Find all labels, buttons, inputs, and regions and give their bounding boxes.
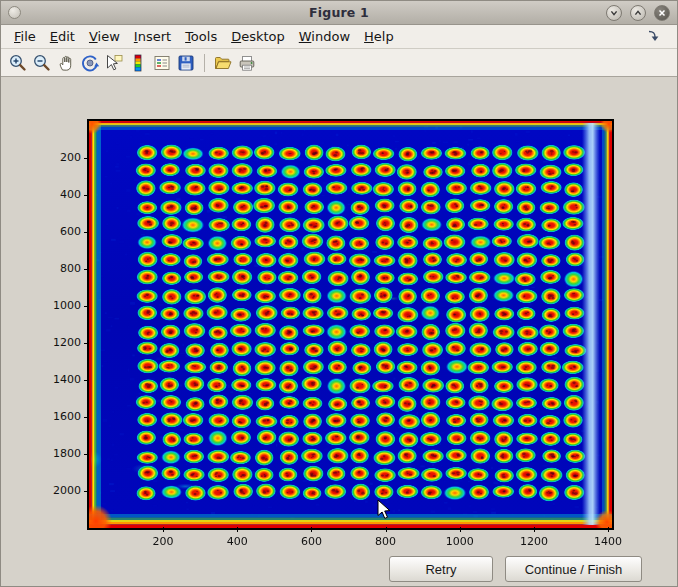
zoom-out-icon (32, 53, 52, 73)
menu-item[interactable]: Desktop (224, 26, 292, 47)
rotate-3d-icon (80, 53, 100, 73)
data-cursor-button[interactable] (102, 51, 126, 75)
dock-arrow-icon (647, 29, 661, 43)
chevron-down-icon (609, 8, 619, 18)
save-icon (176, 53, 196, 73)
figure-image-canvas[interactable] (89, 121, 612, 528)
menu-item[interactable]: Window (292, 26, 357, 47)
y-tick-label: 1800 (35, 435, 81, 472)
print-button[interactable] (235, 51, 259, 75)
menu-item[interactable]: File (7, 26, 43, 47)
x-tick-label: 1000 (423, 535, 497, 548)
y-tick-label: 1400 (35, 361, 81, 398)
pan-hand-icon (56, 53, 76, 73)
y-tick-label: 800 (35, 250, 81, 287)
y-axis-tick-labels: 200400600800100012001400160018002000 (35, 139, 81, 509)
open-folder-icon (213, 53, 233, 73)
maximize-button[interactable] (630, 5, 646, 21)
figure-area: 200400600800100012001400160018002000 200… (1, 77, 677, 586)
menu-item[interactable]: Tools (178, 26, 224, 47)
open-folder-button[interactable] (211, 51, 235, 75)
x-tick-label: 800 (349, 535, 423, 548)
figure-window: Figure 1 FileEditViewInsertToolsDesktopW… (0, 0, 678, 587)
zoom-out-button[interactable] (30, 51, 54, 75)
close-button[interactable] (654, 5, 670, 21)
y-tick-label: 600 (35, 213, 81, 250)
titlebar: Figure 1 (1, 1, 677, 25)
axes (87, 119, 614, 530)
menu-item[interactable]: Edit (43, 26, 82, 47)
y-tick-label: 1000 (35, 287, 81, 324)
shade-button[interactable] (606, 5, 622, 21)
y-tick-label: 400 (35, 176, 81, 213)
save-button[interactable] (174, 51, 198, 75)
pan-button[interactable] (54, 51, 78, 75)
menubar: FileEditViewInsertToolsDesktopWindowHelp (1, 25, 677, 49)
colorbar-icon (128, 53, 148, 73)
menu-item[interactable]: Insert (127, 26, 178, 47)
menu-item[interactable]: View (82, 26, 127, 47)
x-tick-label: 600 (274, 535, 348, 548)
menu-item[interactable]: Help (357, 26, 401, 47)
chevron-up-icon (633, 8, 643, 18)
print-icon (237, 53, 257, 73)
legend-button[interactable] (150, 51, 174, 75)
x-axis-tick-labels: 200400600800100012001400 (126, 535, 645, 548)
continue-finish-button[interactable]: Continue / Finish (505, 556, 642, 582)
x-tick-label: 400 (200, 535, 274, 548)
y-tick-label: 2000 (35, 472, 81, 509)
colorbar-button[interactable] (126, 51, 150, 75)
retry-button[interactable]: Retry (389, 556, 493, 582)
dock-figure-button[interactable] (647, 29, 661, 43)
data-cursor-icon (104, 53, 124, 73)
zoom-in-icon (8, 53, 28, 73)
toolbar-separator (204, 54, 205, 72)
rotate-3d-button[interactable] (78, 51, 102, 75)
y-tick-label: 200 (35, 139, 81, 176)
x-tick-label: 200 (126, 535, 200, 548)
y-tick-label: 1200 (35, 324, 81, 361)
y-tick-label: 1600 (35, 398, 81, 435)
x-tick-label: 1200 (497, 535, 571, 548)
close-icon (657, 8, 667, 18)
toolbar (1, 49, 677, 77)
zoom-in-button[interactable] (6, 51, 30, 75)
x-tick-label: 1400 (571, 535, 645, 548)
window-title: Figure 1 (1, 5, 677, 20)
legend-icon (152, 53, 172, 73)
